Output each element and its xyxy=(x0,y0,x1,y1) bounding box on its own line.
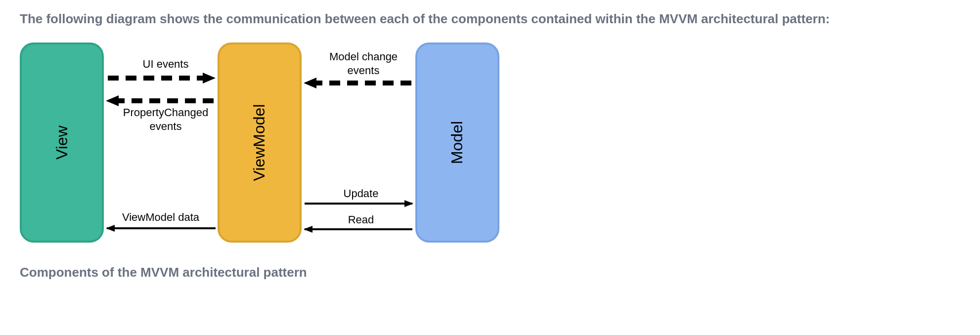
intro-paragraph: The following diagram shows the communic… xyxy=(20,10,960,28)
model-box-label: Model xyxy=(448,121,467,164)
view-box: View xyxy=(20,42,104,243)
diagram-caption: Components of the MVVM architectural pat… xyxy=(20,265,960,280)
update-label: Update xyxy=(321,187,401,201)
property-changed-label: PropertyChanged events xyxy=(119,106,213,133)
viewmodel-box: ViewModel xyxy=(218,42,302,243)
read-label: Read xyxy=(321,213,401,227)
model-change-label: Model change events xyxy=(316,50,410,77)
mvvm-diagram: View ViewModel Model UI events PropertyC… xyxy=(20,42,514,250)
model-box: Model xyxy=(415,42,499,243)
ui-events-label: UI events xyxy=(126,57,205,71)
viewmodel-box-label: ViewModel xyxy=(251,104,269,181)
view-box-label: View xyxy=(53,126,71,160)
viewmodel-data-label: ViewModel data xyxy=(114,210,208,224)
